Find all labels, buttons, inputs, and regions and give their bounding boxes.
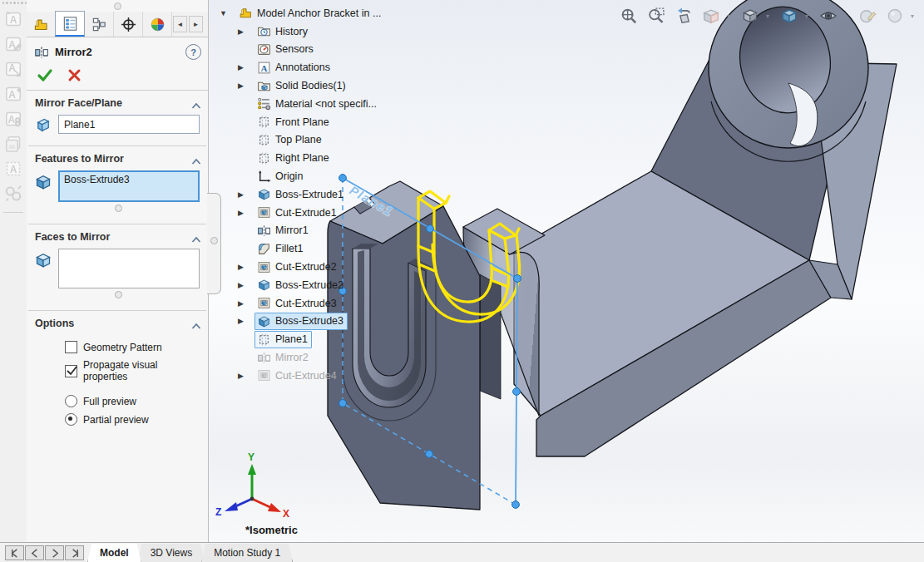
expand-arrow-right-icon[interactable]: ▶ xyxy=(238,190,254,199)
svg-text:A: A xyxy=(260,63,267,73)
tree-item-mirror1[interactable]: Mirror1 xyxy=(216,222,408,240)
propertymanager-tab[interactable] xyxy=(55,11,85,37)
tree-item-cut-extrude3[interactable]: ▶Cut-Extrude3 xyxy=(216,294,408,313)
expand-arrow-right-icon[interactable]: ▶ xyxy=(238,209,254,217)
dropdown-caret-icon[interactable]: ▾ xyxy=(766,5,773,27)
expand-arrow-right-icon[interactable]: ▶ xyxy=(238,27,254,36)
tree-item-model-anchor-bracket-in[interactable]: ▼Model Anchor Bracket in ... xyxy=(216,4,408,22)
collapse-chevron-icon[interactable] xyxy=(191,100,201,106)
annotation-balloon-icon[interactable]: A xyxy=(3,109,23,129)
features-to-mirror-list[interactable]: Boss-Extrude3 xyxy=(58,170,200,202)
panel-flyout-grip[interactable] xyxy=(207,193,221,294)
faces-to-mirror-list[interactable] xyxy=(58,249,200,288)
displaymanager-tab[interactable] xyxy=(143,12,172,37)
tree-item-top-plane[interactable]: Top Plane xyxy=(216,131,408,150)
radio-row-full-preview[interactable]: Full preview xyxy=(65,395,203,407)
tree-item-mirror2[interactable]: Mirror2 xyxy=(216,348,408,367)
ok-button[interactable] xyxy=(37,68,53,83)
document-tab-motion-study-1[interactable]: Motion Study 1 xyxy=(201,544,293,562)
tree-item-material-not-specifi[interactable]: Material <not specifi... xyxy=(216,95,408,113)
panel-collapse-handle[interactable] xyxy=(27,0,208,12)
display-style-button[interactable] xyxy=(778,5,800,27)
tree-item-annotations[interactable]: ▶AAnnotations xyxy=(216,58,408,76)
tree-item-fillet1[interactable]: Fillet1 xyxy=(216,239,408,258)
tab-nav-prev-button[interactable] xyxy=(25,545,44,560)
checkbox-icon[interactable] xyxy=(65,365,77,377)
section-header-options[interactable]: Options xyxy=(27,311,208,333)
tab-nav-first-button[interactable] xyxy=(5,545,24,560)
tree-item-boss-extrude2[interactable]: ▶Boss-Extrude2 xyxy=(216,276,408,294)
zoom-fit-button[interactable] xyxy=(617,5,640,27)
tab-scroll-left-button[interactable]: ◄ xyxy=(173,16,187,32)
dropdown-caret-icon[interactable]: ▾ xyxy=(727,5,734,27)
tree-item-plane1[interactable]: Plane1 xyxy=(216,330,408,348)
apply-scene-button[interactable] xyxy=(883,5,906,27)
mirror-icon xyxy=(257,224,271,238)
expand-arrow-right-icon[interactable]: ▶ xyxy=(238,81,254,90)
tree-item-solid-bodies-1[interactable]: ▶Solid Bodies(1) xyxy=(216,76,408,95)
featuremanager-tab[interactable] xyxy=(27,12,56,37)
tab-nav-last-button[interactable] xyxy=(65,545,84,560)
checkbox-row-propagate-visual-properties[interactable]: Propagate visual properties xyxy=(65,359,203,382)
tree-item-history[interactable]: ▶History xyxy=(216,22,408,41)
expand-arrow-right-icon[interactable]: ▶ xyxy=(238,372,254,380)
collapse-chevron-icon[interactable] xyxy=(191,234,201,240)
radio-row-partial-preview[interactable]: Partial preview xyxy=(65,413,203,426)
edit-appearance-button[interactable] xyxy=(856,5,878,27)
cancel-button[interactable] xyxy=(67,68,83,83)
listbox-resize-grip[interactable] xyxy=(115,205,122,212)
tree-item-front-plane[interactable]: Front Plane xyxy=(216,113,408,131)
radio-icon[interactable] xyxy=(65,395,77,407)
annotation-edit-icon[interactable]: A xyxy=(3,34,23,54)
cut-icon xyxy=(257,296,271,310)
zoom-area-button[interactable] xyxy=(645,5,667,27)
annotation-copy-icon[interactable] xyxy=(3,134,23,154)
section-header-features-to-mirror[interactable]: Features to Mirror xyxy=(27,146,208,169)
tree-item-boss-extrude1[interactable]: ▶Boss-Extrude1 xyxy=(216,185,408,204)
checkbox-icon[interactable] xyxy=(65,341,77,353)
expand-arrow-right-icon[interactable]: ▶ xyxy=(238,299,254,308)
listbox-resize-grip[interactable] xyxy=(115,291,122,298)
radio-icon[interactable] xyxy=(65,413,77,426)
section-header-mirror-face-plane[interactable]: Mirror Face/Plane xyxy=(27,91,208,113)
view-orientation-button[interactable] xyxy=(739,5,761,27)
tab-scroll-right-button[interactable]: ► xyxy=(189,16,203,32)
configurationmanager-tab[interactable] xyxy=(85,12,114,37)
tree-item-right-plane[interactable]: Right Plane xyxy=(216,149,408,167)
help-button[interactable]: ? xyxy=(185,44,201,60)
document-tab-model[interactable]: Model xyxy=(87,544,141,562)
collapse-chevron-icon[interactable] xyxy=(191,320,201,327)
annotation-select-icon[interactable]: A xyxy=(3,159,23,179)
hide-show-items-button[interactable] xyxy=(817,5,839,27)
expand-arrow-right-icon[interactable]: ▶ xyxy=(238,63,254,71)
expand-arrow-right-icon[interactable]: ▶ xyxy=(238,281,254,289)
annotation-add-icon[interactable]: A xyxy=(3,84,23,104)
annotation-arrow-icon[interactable]: A xyxy=(3,59,23,79)
dropdown-caret-icon[interactable]: ▾ xyxy=(844,5,851,27)
tab-nav-next-button[interactable] xyxy=(45,545,64,560)
toolbar-grip[interactable] xyxy=(0,0,27,4)
dropdown-caret-icon[interactable]: ▾ xyxy=(911,5,917,27)
previous-view-button[interactable] xyxy=(672,5,694,27)
tree-item-label: Material <not specifi... xyxy=(275,98,377,110)
document-tab-3d-views[interactable]: 3D Views xyxy=(138,544,205,562)
chain-icon[interactable] xyxy=(3,184,23,204)
section-header-faces-to-mirror[interactable]: Faces to Mirror xyxy=(27,224,208,247)
annotation-note-icon[interactable]: A xyxy=(3,9,23,29)
tree-item-cut-extrude2[interactable]: ▶Cut-Extrude2 xyxy=(216,258,408,276)
tree-item-cut-extrude4[interactable]: ▶Cut-Extrude4 xyxy=(216,367,408,385)
checkbox-row-geometry-pattern[interactable]: Geometry Pattern xyxy=(65,341,203,353)
expand-arrow-right-icon[interactable]: ▶ xyxy=(238,263,254,271)
dimxpertmanager-tab[interactable] xyxy=(114,12,143,37)
expand-arrow-down-icon[interactable]: ▼ xyxy=(220,9,236,17)
tree-item-origin[interactable]: Origin xyxy=(216,167,408,185)
expand-arrow-right-icon[interactable]: ▶ xyxy=(238,317,254,325)
dropdown-caret-icon[interactable]: ▾ xyxy=(805,5,812,27)
section-view-button[interactable] xyxy=(699,5,722,27)
tree-item-boss-extrude3[interactable]: ▶Boss-Extrude3 xyxy=(216,313,408,331)
mirror-plane-input[interactable]: Plane1 xyxy=(58,115,200,134)
tree-item-sensors[interactable]: Sensors xyxy=(216,41,408,59)
collapse-chevron-icon[interactable] xyxy=(191,155,201,162)
tree-item-selection: Cut-Extrude4 xyxy=(254,367,341,384)
tree-item-cut-extrude1[interactable]: ▶Cut-Extrude1 xyxy=(216,204,408,222)
